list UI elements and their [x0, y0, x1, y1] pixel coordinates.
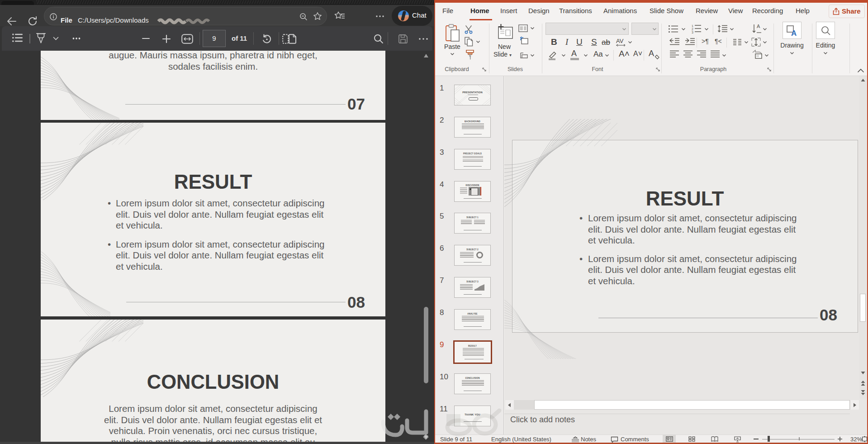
- svg-text:1: 1: [692, 24, 693, 28]
- svg-text:2: 2: [692, 28, 693, 31]
- svg-text:A: A: [791, 29, 797, 36]
- svg-text:AV: AV: [616, 38, 624, 44]
- svg-text:3: 3: [692, 31, 693, 33]
- svg-text:A: A: [757, 24, 760, 29]
